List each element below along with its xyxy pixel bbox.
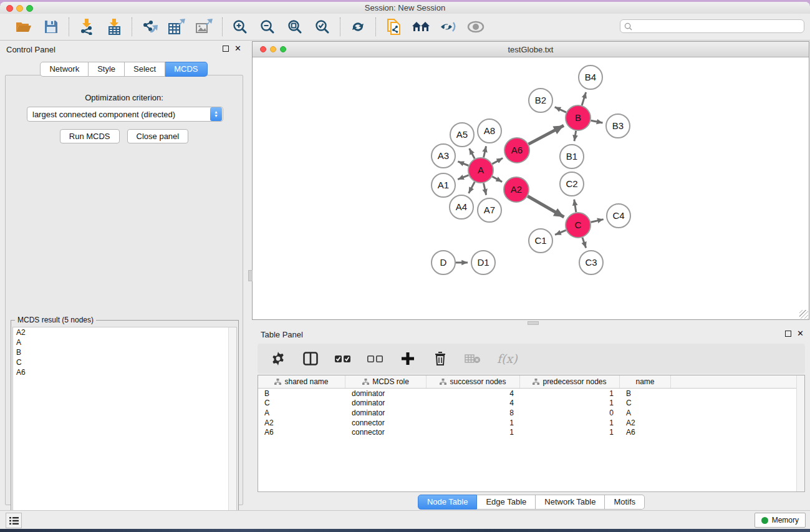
float-table-panel-icon[interactable] (785, 331, 791, 337)
horizontal-divider-handle[interactable] (528, 321, 539, 325)
table-row[interactable]: Bdominator41B (258, 389, 804, 399)
graph-node-A5[interactable]: A5 (450, 123, 474, 147)
result-list-item[interactable]: A (13, 337, 236, 347)
tab-edge-table[interactable]: Edge Table (477, 495, 536, 510)
houses-icon[interactable] (412, 17, 430, 36)
edge-A-A2[interactable] (492, 177, 502, 182)
tab-style[interactable]: Style (89, 62, 125, 77)
select-all-rows-icon[interactable] (335, 351, 351, 367)
edge-B-B4[interactable] (582, 92, 586, 105)
search-field[interactable] (620, 19, 804, 33)
run-mcds-button[interactable]: Run MCDS (60, 129, 120, 143)
graph-node-C4[interactable]: C4 (607, 204, 630, 228)
graph-node-D1[interactable]: D1 (471, 251, 495, 274)
open-session-icon[interactable] (14, 17, 33, 36)
deselect-all-rows-icon[interactable] (367, 351, 383, 367)
column-header-shared-name[interactable]: shared name (258, 375, 345, 388)
optimization-criterion-dropdown[interactable]: largest connected component (directed) ▲… (27, 107, 223, 122)
edge-A-A1[interactable] (458, 175, 468, 180)
edge-C-C3[interactable] (582, 238, 586, 248)
zoom-out-icon[interactable] (258, 17, 277, 36)
edge-B-B1[interactable] (574, 131, 576, 142)
result-list-item[interactable]: A6 (13, 367, 236, 377)
graph-node-A3[interactable]: A3 (432, 144, 455, 168)
edge-C-C4[interactable] (591, 220, 603, 223)
edge-A-A6[interactable] (492, 158, 503, 164)
column-header-name[interactable]: name (620, 375, 671, 388)
graph-node-C3[interactable]: C3 (579, 251, 603, 274)
create-column-icon[interactable] (400, 351, 416, 367)
zoom-selected-icon[interactable] (313, 17, 332, 36)
graph-node-B2[interactable]: B2 (529, 89, 552, 112)
task-history-button[interactable] (6, 513, 22, 528)
result-list-item[interactable]: C (13, 357, 236, 367)
table-row[interactable]: Adominator80A (258, 408, 804, 418)
window-resize-grip[interactable] (799, 310, 808, 319)
tab-motifs[interactable]: Motifs (605, 495, 645, 510)
graph-node-C1[interactable]: C1 (529, 229, 552, 253)
search-input[interactable] (635, 22, 800, 31)
save-session-icon[interactable] (42, 17, 60, 36)
edge-A6-B[interactable] (529, 125, 564, 144)
float-panel-icon[interactable] (223, 46, 229, 52)
graph-node-A1[interactable]: A1 (432, 173, 455, 197)
tab-mcds[interactable]: MCDS (165, 62, 207, 77)
graph-node-A4[interactable]: A4 (450, 195, 473, 219)
close-panel-icon[interactable]: ✕ (234, 46, 241, 52)
delete-table-icon[interactable] (465, 351, 481, 367)
export-image-icon[interactable] (195, 17, 214, 36)
edge-A-A3[interactable] (458, 162, 468, 166)
graph-node-A[interactable]: A (468, 158, 493, 183)
graph-node-C2[interactable]: C2 (560, 172, 584, 196)
graph-node-A2[interactable]: A2 (504, 177, 529, 202)
table-settings-gear-icon[interactable] (270, 351, 286, 367)
graph-node-A7[interactable]: A7 (478, 198, 501, 222)
result-list-scrollbar[interactable] (228, 327, 236, 528)
edge-C-C1[interactable] (555, 230, 566, 235)
edge-A2-C[interactable] (528, 196, 564, 217)
zoom-in-icon[interactable] (231, 17, 249, 36)
edge-B-B3[interactable] (591, 120, 603, 123)
tab-network[interactable]: Network (40, 62, 89, 77)
graph-node-B4[interactable]: B4 (579, 65, 602, 89)
edge-C-C2[interactable] (574, 200, 576, 213)
table-row[interactable]: Cdominator41C (258, 399, 804, 409)
graph-node-C[interactable]: C (566, 213, 591, 238)
export-network-icon[interactable] (140, 17, 159, 36)
table-scrollbar[interactable] (796, 375, 804, 491)
close-table-panel-icon[interactable]: ✕ (797, 331, 804, 337)
column-header-successor-nodes[interactable]: successor nodes (427, 375, 520, 388)
edge-B-B2[interactable] (555, 107, 566, 113)
column-header-predecessor-nodes[interactable]: predecessor nodes (520, 375, 620, 388)
edge-A-A5[interactable] (470, 148, 475, 158)
result-list-item[interactable]: B (13, 347, 236, 357)
clone-network-icon[interactable] (384, 17, 403, 36)
show-eye-icon[interactable] (466, 17, 485, 36)
column-manager-icon[interactable] (302, 351, 319, 367)
zoom-fit-icon[interactable] (286, 17, 304, 36)
apply-layout-icon[interactable] (349, 17, 367, 36)
column-header-MCDS-role[interactable]: MCDS role (345, 375, 427, 388)
result-list-item[interactable]: A2 (13, 327, 236, 337)
tab-network-table[interactable]: Network Table (536, 495, 605, 510)
table-row[interactable]: A2connector11A2 (258, 418, 804, 428)
import-network-icon[interactable] (77, 17, 96, 36)
edge-A-A4[interactable] (469, 182, 475, 193)
tab-node-table[interactable]: Node Table (418, 495, 478, 510)
export-table-icon[interactable] (168, 17, 186, 36)
graph-node-B1[interactable]: B1 (560, 145, 584, 168)
memory-button[interactable]: Memory (755, 513, 806, 528)
table-row[interactable]: A6connector11A6 (258, 427, 804, 437)
graph-node-A6[interactable]: A6 (504, 138, 529, 163)
network-canvas[interactable]: AA6A2BCA1A3A4A5A7A8B1B2B3B4C1C2C3C4DD1 (253, 57, 809, 319)
delete-column-trash-icon[interactable] (432, 351, 448, 367)
graph-node-B3[interactable]: B3 (606, 114, 630, 138)
close-panel-button[interactable]: Close panel (127, 129, 189, 143)
edge-A-A7[interactable] (483, 183, 486, 195)
graph-node-B[interactable]: B (566, 105, 591, 130)
function-builder-icon[interactable]: f(x) (497, 352, 518, 365)
graph-node-D[interactable]: D (432, 251, 455, 274)
import-table-icon[interactable] (105, 17, 123, 36)
vertical-divider-handle[interactable] (248, 270, 253, 281)
edge-A-A8[interactable] (484, 146, 486, 157)
